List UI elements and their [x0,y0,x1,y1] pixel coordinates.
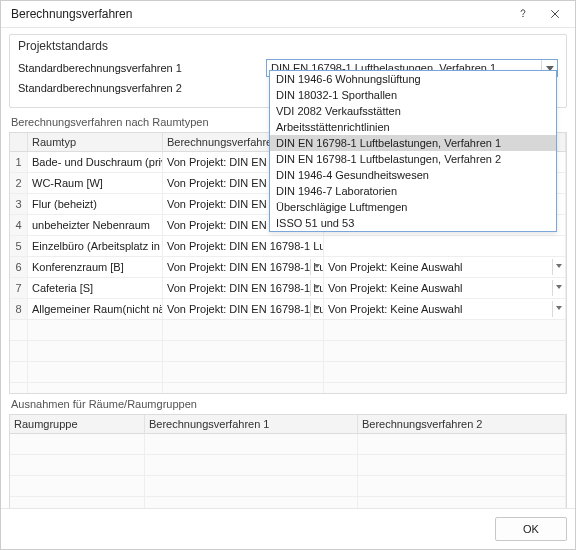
project-standards-title: Projektstandards [18,39,558,53]
empty-cell [324,341,566,362]
svg-point-0 [522,16,523,17]
empty-cell [163,362,324,383]
dropdown-item[interactable]: DIN 18032-1 Sporthallen [270,87,556,103]
method2-cell[interactable]: Von Projekt: Keine Auswahl [324,299,566,320]
ok-button-label: OK [523,523,539,535]
empty-cell [163,341,324,362]
dropdown-item[interactable]: DIN 1946-4 Gesundheitswesen [270,167,556,183]
method1-cell[interactable]: Von Projekt: DIN EN 16798-1 Luftbel… [163,236,324,257]
column-header[interactable]: Raumgruppe [10,415,145,434]
empty-cell [28,383,163,394]
row-index: 3 [10,194,28,215]
titlebar: Berechnungsverfahren [1,1,575,28]
dialog-title: Berechnungsverfahren [11,7,507,21]
row-index: 1 [10,152,28,173]
empty-cell [10,497,145,508]
room-type-cell[interactable]: Cafeteria [S] [28,278,163,299]
empty-cell [10,320,28,341]
empty-cell [145,455,358,476]
method2-cell[interactable]: Von Projekt: Keine Auswahl [324,257,566,278]
exceptions-section-label: Ausnahmen für Räume/Raumgruppen [11,398,567,410]
std-method-1-dropdown[interactable]: DIN 1946-6 WohnungslüftungDIN 18032-1 Sp… [269,70,557,232]
std-method-2-label: Standardberechnungsverfahren 2 [18,82,266,94]
empty-cell [145,497,358,508]
empty-cell [358,476,566,497]
row-index: 6 [10,257,28,278]
column-header[interactable] [10,133,28,152]
help-button[interactable] [507,2,539,26]
empty-cell [145,434,358,455]
close-button[interactable] [539,2,571,26]
exceptions-grid: RaumgruppeBerechnungsverfahren 1Berechnu… [9,414,567,508]
row-index: 8 [10,299,28,320]
empty-cell [10,362,28,383]
dropdown-item[interactable]: DIN EN 16798-1 Luftbelastungen, Verfahre… [270,151,556,167]
room-type-cell[interactable]: Bade- und Duschraum (priva… [28,152,163,173]
room-type-cell[interactable]: Allgemeiner Raum(nicht nähe… [28,299,163,320]
close-icon [549,8,561,20]
dropdown-item[interactable]: DIN 1946-6 Wohnungslüftung [270,71,556,87]
row-index: 4 [10,215,28,236]
room-type-cell[interactable]: Einzelbüro (Arbeitsplatz in Fe… [28,236,163,257]
ok-button[interactable]: OK [495,517,567,541]
empty-cell [163,320,324,341]
std-method-1-label: Standardberechnungsverfahren 1 [18,62,266,74]
method2-cell[interactable]: Von Projekt: Keine Auswahl [324,278,566,299]
dropdown-item[interactable]: DIN 1946-7 Laboratorien [270,183,556,199]
dropdown-item[interactable]: Überschlägige Luftmengen [270,199,556,215]
row-index: 2 [10,173,28,194]
empty-cell [10,341,28,362]
column-header[interactable]: Berechnungsverfahren 2 [358,415,566,434]
empty-cell [324,362,566,383]
dropdown-item[interactable]: Arbeitsstättenrichtlinien [270,119,556,135]
column-header[interactable]: Berechnungsverfahren 1 [145,415,358,434]
dialog-body: Projektstandards Standardberechnungsverf… [1,28,575,508]
dropdown-item[interactable]: VDI 2082 Verkaufsstätten [270,103,556,119]
empty-cell [324,320,566,341]
method1-cell[interactable]: Von Projekt: DIN EN 16798-1 Luftbelastun… [163,299,324,320]
empty-cell [163,383,324,394]
column-header[interactable]: Raumtyp [28,133,163,152]
dialog-footer: OK [1,508,575,549]
empty-cell [28,341,163,362]
empty-cell [324,383,566,394]
empty-cell [28,362,163,383]
calculation-methods-dialog: Berechnungsverfahren Projektstandards St… [0,0,576,550]
room-type-cell[interactable]: unbeheizter Nebenraum [28,215,163,236]
empty-cell [10,434,145,455]
room-type-cell[interactable]: Konferenzraum [B] [28,257,163,278]
empty-cell [10,455,145,476]
room-type-cell[interactable]: Flur (beheizt) [28,194,163,215]
empty-cell [145,476,358,497]
method2-cell[interactable] [324,236,566,257]
empty-cell [10,476,145,497]
room-type-cell[interactable]: WC-Raum [W] [28,173,163,194]
empty-cell [358,455,566,476]
empty-cell [358,497,566,508]
empty-cell [28,320,163,341]
method1-cell[interactable]: Von Projekt: DIN EN 16798-1 Luftbelastun… [163,278,324,299]
dropdown-item[interactable]: ISSO 51 und 53 [270,215,556,231]
help-icon [517,8,529,20]
empty-cell [358,434,566,455]
row-index: 5 [10,236,28,257]
empty-cell [10,383,28,394]
dropdown-item[interactable]: DIN EN 16798-1 Luftbelastungen, Verfahre… [270,135,556,151]
row-index: 7 [10,278,28,299]
method1-cell[interactable]: Von Projekt: DIN EN 16798-1 Luftbelastun… [163,257,324,278]
